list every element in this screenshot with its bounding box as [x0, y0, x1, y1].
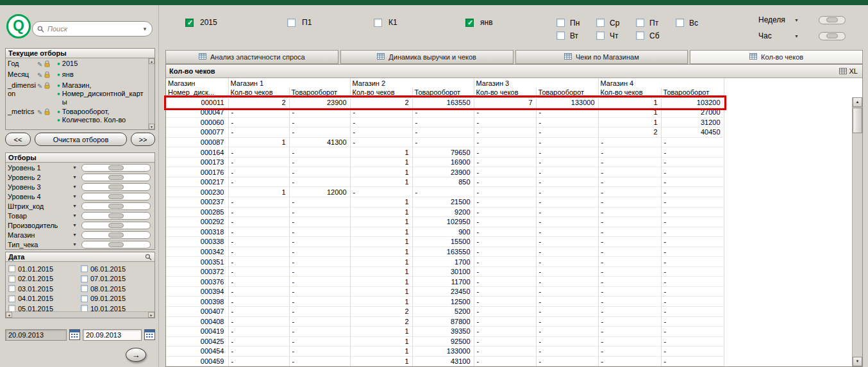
weekday-checkbox-item[interactable]: Пт — [636, 18, 676, 28]
date-to-input[interactable]: 20.09.2013 — [83, 329, 142, 341]
scroll-thumb[interactable] — [853, 108, 862, 133]
step-forward-button[interactable]: >> — [131, 133, 155, 146]
scroll-right-icon[interactable]: ► — [148, 312, 154, 318]
table-row[interactable]: 000087141300------ — [166, 137, 724, 147]
table-row[interactable]: 000376--111700---- — [166, 277, 724, 287]
tab-item[interactable]: Чеки по Магазинам — [515, 50, 689, 64]
filter-month[interactable]: янв — [465, 18, 493, 27]
field-listbox[interactable] — [81, 241, 151, 249]
edit-icon[interactable]: ✎ — [37, 61, 42, 68]
table-row[interactable]: 000237--121500---- — [166, 197, 724, 207]
field-listbox[interactable] — [81, 183, 151, 191]
dropdown-caret-icon[interactable]: ▼ — [72, 232, 81, 237]
scroll-down-icon[interactable]: ▼ — [149, 124, 154, 129]
dropdown-caret-icon[interactable]: ▼ — [72, 213, 81, 218]
table-vertical-scrollbar[interactable]: ▲ ▼ — [852, 97, 862, 366]
field-listbox[interactable] — [81, 212, 151, 220]
table-row[interactable]: 000398--112500---- — [166, 297, 724, 307]
edit-icon[interactable]: ✎ — [37, 110, 42, 116]
date-checkbox-item[interactable]: 07.01.2015 — [81, 274, 153, 284]
table-row[interactable]: 000342--1163550---- — [166, 247, 724, 257]
scroll-up-icon[interactable]: ▲ — [853, 97, 862, 107]
calendar-icon[interactable] — [144, 329, 156, 341]
field-listbox[interactable] — [81, 222, 151, 229]
weekday-checkbox-item[interactable]: Пн — [556, 18, 596, 28]
scroll-down-icon[interactable]: ▼ — [853, 357, 862, 366]
weekday-checkbox-item[interactable]: Ср — [596, 18, 636, 28]
measure-header[interactable]: Кол-во чеков — [474, 88, 536, 97]
scroll-thumb[interactable] — [108, 232, 124, 238]
store-group-header[interactable]: Магазин 2 — [350, 78, 474, 88]
weekday-checkbox-item[interactable]: Вт — [556, 31, 596, 40]
checkbox-icon[interactable] — [556, 19, 565, 27]
row-dimension-header[interactable]: Номер_диск... — [166, 88, 228, 97]
table-row[interactable]: 000318--1900---- — [166, 227, 724, 237]
scroll-thumb[interactable] — [108, 213, 124, 218]
weekday-checkbox-item[interactable]: Вс — [676, 18, 715, 28]
checkbox-icon[interactable] — [8, 295, 15, 302]
panel-scrollbar[interactable]: ▲ ▼ — [148, 58, 154, 129]
lock-icon[interactable] — [44, 60, 50, 69]
table-row[interactable]: 000164--179650---- — [166, 147, 724, 158]
scroll-thumb[interactable] — [826, 33, 838, 38]
scroll-up-icon[interactable]: ▲ — [149, 58, 154, 64]
scroll-thumb[interactable] — [108, 194, 124, 199]
scroll-thumb[interactable] — [108, 204, 124, 209]
scroll-thumb[interactable] — [108, 242, 124, 247]
dropdown-caret-icon[interactable]: ▼ — [72, 194, 81, 199]
dropdown-caret-icon[interactable]: ▼ — [72, 204, 81, 208]
date-checkbox-item[interactable]: 03.01.2015 — [8, 284, 81, 294]
lock-icon[interactable] — [44, 108, 50, 117]
date-horizontal-scrollbar[interactable]: ◄ ► — [6, 311, 154, 318]
measure-header[interactable]: Товарооборот — [661, 88, 724, 97]
table-row[interactable]: 000407--25200---- — [166, 306, 724, 316]
checkbox-icon[interactable] — [287, 19, 296, 27]
measure-header[interactable]: Кол-во чеков — [350, 88, 412, 97]
week-listbox[interactable] — [819, 16, 846, 24]
hour-listbox[interactable] — [819, 32, 846, 40]
export-to-excel-button[interactable]: XL — [839, 67, 859, 75]
scroll-thumb[interactable] — [826, 17, 838, 22]
scroll-thumb[interactable] — [108, 184, 124, 190]
go-button[interactable]: → — [126, 348, 146, 362]
checkbox-icon[interactable] — [374, 19, 382, 27]
table-row[interactable]: 000176--123900---- — [166, 167, 724, 177]
date-checkbox-item[interactable]: 06.01.2015 — [81, 264, 153, 274]
checkbox-icon[interactable] — [636, 19, 644, 27]
weekday-checkbox-item[interactable]: Чт — [596, 31, 636, 40]
dropdown-caret-icon[interactable]: ▼ — [72, 175, 81, 179]
checkbox-icon[interactable] — [676, 19, 684, 27]
search-input[interactable]: Поиск ▼ — [32, 21, 153, 37]
checkbox-icon[interactable] — [556, 31, 565, 40]
table-row[interactable]: 000419--139350---- — [166, 327, 724, 337]
checkbox-icon[interactable] — [596, 31, 605, 40]
table-row[interactable]: 000338--115500---- — [166, 237, 724, 247]
measure-header[interactable]: Товарооборот — [289, 88, 350, 97]
date-checkbox-item[interactable]: 09.01.2015 — [81, 294, 153, 304]
step-back-button[interactable]: << — [5, 133, 31, 146]
dropdown-caret-icon[interactable]: ▼ — [72, 165, 81, 170]
edit-icon[interactable]: ✎ — [37, 83, 42, 90]
filter-p1[interactable]: П1 — [287, 18, 312, 27]
date-from-input[interactable]: 20.09.2013 — [5, 329, 67, 341]
checkbox-icon[interactable] — [81, 265, 88, 272]
checkbox-icon[interactable] — [8, 265, 15, 272]
filter-year[interactable]: 2015 — [185, 18, 217, 27]
scroll-thumb[interactable] — [108, 175, 124, 180]
date-checkbox-item[interactable]: 08.01.2015 — [81, 284, 153, 294]
table-row[interactable]: 000011223900216355071330001103200 — [166, 97, 724, 108]
scroll-thumb[interactable] — [108, 223, 124, 228]
checkbox-icon[interactable] — [81, 285, 88, 292]
checkbox-icon[interactable] — [81, 275, 88, 282]
field-listbox[interactable] — [81, 174, 151, 181]
tab-item[interactable]: Динамика выручки и чеков — [340, 50, 513, 64]
field-listbox[interactable] — [81, 193, 151, 200]
hour-dropdown-caret-icon[interactable]: ▼ — [794, 34, 819, 38]
table-row[interactable]: 000292--1102950---- — [166, 217, 724, 227]
calendar-icon[interactable] — [69, 329, 81, 341]
table-row[interactable]: 000230112000------ — [166, 187, 724, 197]
date-checkbox-item[interactable]: 04.01.2015 — [8, 294, 81, 304]
date-checkbox-item[interactable]: 01.01.2015 — [8, 264, 81, 274]
table-row[interactable]: 000459--143100---- — [166, 356, 724, 366]
store-group-header[interactable]: Магазин 3 — [474, 78, 598, 88]
